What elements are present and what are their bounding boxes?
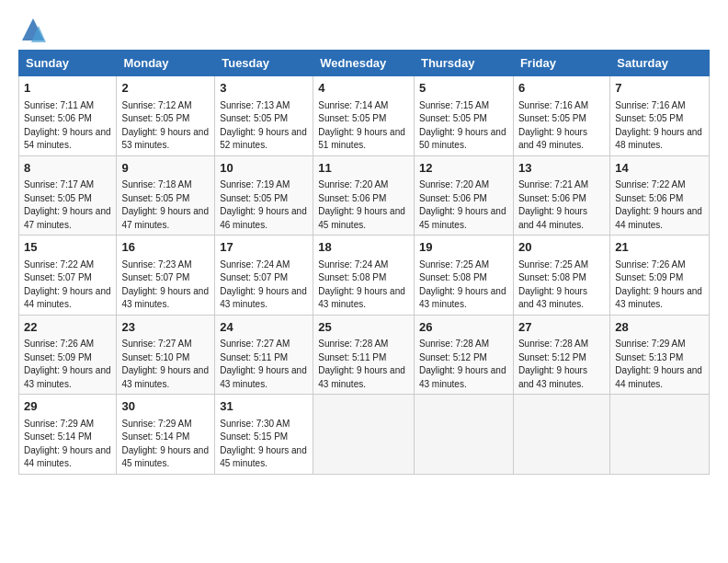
day-number: 16 [121,239,210,256]
day-info: Sunrise: 7:16 AMSunset: 5:05 PMDaylight:… [615,100,702,151]
day-number: 22 [24,319,111,336]
day-info: Sunrise: 7:19 AMSunset: 5:05 PMDaylight:… [220,179,307,230]
calendar-day: 26 Sunrise: 7:28 AMSunset: 5:12 PMDaylig… [414,315,513,395]
day-number: 17 [220,239,308,256]
day-number: 14 [615,160,704,177]
calendar-day: 28 Sunrise: 7:29 AMSunset: 5:13 PMDaylig… [610,315,710,395]
day-number: 23 [121,319,210,336]
day-info: Sunrise: 7:27 AMSunset: 5:10 PMDaylight:… [121,339,209,389]
calendar-day: 30 Sunrise: 7:29 AMSunset: 5:14 PMDaylig… [117,395,215,475]
day-of-week-header: Monday [117,51,215,76]
day-info: Sunrise: 7:28 AMSunset: 5:12 PMDaylight:… [419,339,506,389]
day-info: Sunrise: 7:29 AMSunset: 5:14 PMDaylight:… [121,419,209,469]
calendar-day: 23 Sunrise: 7:27 AMSunset: 5:10 PMDaylig… [117,315,215,395]
calendar-day: 1 Sunrise: 7:11 AMSunset: 5:06 PMDayligh… [19,76,117,156]
day-number: 18 [318,239,409,256]
calendar-day: 14 Sunrise: 7:22 AMSunset: 5:06 PMDaylig… [610,155,710,236]
day-number: 31 [220,398,308,415]
calendar-day: 20 Sunrise: 7:25 AMSunset: 5:08 PMDaylig… [513,236,609,316]
day-number: 4 [318,80,409,97]
day-info: Sunrise: 7:18 AMSunset: 5:05 PMDaylight:… [121,179,209,230]
day-of-week-header: Sunday [19,51,117,76]
day-of-week-header: Saturday [610,51,710,76]
calendar-day: 8 Sunrise: 7:17 AMSunset: 5:05 PMDayligh… [19,155,117,236]
calendar-day: 19 Sunrise: 7:25 AMSunset: 5:08 PMDaylig… [414,236,513,316]
calendar-day: 10 Sunrise: 7:19 AMSunset: 5:05 PMDaylig… [215,155,313,236]
day-of-week-header: Tuesday [215,51,313,76]
calendar-header-row: SundayMondayTuesdayWednesdayThursdayFrid… [19,51,710,76]
calendar-week-row: 22 Sunrise: 7:26 AMSunset: 5:09 PMDaylig… [19,315,710,395]
calendar-day: 3 Sunrise: 7:13 AMSunset: 5:05 PMDayligh… [215,76,313,156]
day-number: 27 [518,319,605,336]
calendar-day: 16 Sunrise: 7:23 AMSunset: 5:07 PMDaylig… [117,236,215,316]
calendar-day: 6 Sunrise: 7:16 AMSunset: 5:05 PMDayligh… [513,76,609,156]
day-info: Sunrise: 7:25 AMSunset: 5:08 PMDaylight:… [419,259,506,310]
calendar-week-row: 8 Sunrise: 7:17 AMSunset: 5:05 PMDayligh… [19,155,710,236]
day-number: 21 [615,239,704,256]
calendar-day: 31 Sunrise: 7:30 AMSunset: 5:15 PMDaylig… [215,395,313,475]
day-number: 10 [220,160,308,177]
day-number: 1 [24,80,111,97]
calendar-day: 21 Sunrise: 7:26 AMSunset: 5:09 PMDaylig… [610,236,710,316]
day-info: Sunrise: 7:13 AMSunset: 5:05 PMDaylight:… [220,100,307,151]
day-number: 29 [24,398,111,415]
calendar-day: 11 Sunrise: 7:20 AMSunset: 5:06 PMDaylig… [313,155,415,236]
day-info: Sunrise: 7:26 AMSunset: 5:09 PMDaylight:… [24,339,111,389]
calendar-day: 15 Sunrise: 7:22 AMSunset: 5:07 PMDaylig… [19,236,117,316]
calendar-day: 17 Sunrise: 7:24 AMSunset: 5:07 PMDaylig… [215,236,313,316]
day-number: 2 [121,80,210,97]
day-number: 7 [615,80,704,97]
calendar-day: 18 Sunrise: 7:24 AMSunset: 5:08 PMDaylig… [313,236,415,316]
calendar-day: 12 Sunrise: 7:20 AMSunset: 5:06 PMDaylig… [414,155,513,236]
day-info: Sunrise: 7:28 AMSunset: 5:11 PMDaylight:… [318,339,405,389]
day-number: 12 [419,160,508,177]
day-info: Sunrise: 7:22 AMSunset: 5:07 PMDaylight:… [24,259,111,310]
day-number: 6 [518,80,605,97]
day-number: 9 [121,160,210,177]
page: SundayMondayTuesdayWednesdayThursdayFrid… [0,0,728,563]
calendar-day: 2 Sunrise: 7:12 AMSunset: 5:05 PMDayligh… [117,76,215,156]
day-info: Sunrise: 7:23 AMSunset: 5:07 PMDaylight:… [121,259,209,310]
day-info: Sunrise: 7:17 AMSunset: 5:05 PMDaylight:… [24,179,111,230]
day-number: 25 [318,319,409,336]
day-number: 8 [24,160,111,177]
day-number: 30 [121,398,210,415]
day-number: 5 [419,80,508,97]
empty-day [610,395,710,475]
calendar-day: 9 Sunrise: 7:18 AMSunset: 5:05 PMDayligh… [117,155,215,236]
calendar-day: 4 Sunrise: 7:14 AMSunset: 5:05 PMDayligh… [313,76,415,156]
day-of-week-header: Friday [513,51,609,76]
day-number: 19 [419,239,508,256]
calendar-day: 13 Sunrise: 7:21 AMSunset: 5:06 PMDaylig… [513,155,609,236]
empty-day [414,395,513,475]
calendar-day: 27 Sunrise: 7:28 AMSunset: 5:12 PMDaylig… [513,315,609,395]
empty-day [513,395,609,475]
day-number: 11 [318,160,409,177]
day-number: 20 [518,239,605,256]
day-number: 28 [615,319,704,336]
day-info: Sunrise: 7:26 AMSunset: 5:09 PMDaylight:… [615,259,702,310]
calendar-day: 7 Sunrise: 7:16 AMSunset: 5:05 PMDayligh… [610,76,710,156]
day-number: 3 [220,80,308,97]
header [18,17,710,42]
day-number: 15 [24,239,111,256]
calendar-day: 22 Sunrise: 7:26 AMSunset: 5:09 PMDaylig… [19,315,117,395]
day-info: Sunrise: 7:21 AMSunset: 5:06 PMDaylight:… [518,179,588,230]
calendar-day: 29 Sunrise: 7:29 AMSunset: 5:14 PMDaylig… [19,395,117,475]
day-number: 26 [419,319,508,336]
day-info: Sunrise: 7:12 AMSunset: 5:05 PMDaylight:… [121,100,209,151]
calendar-week-row: 15 Sunrise: 7:22 AMSunset: 5:07 PMDaylig… [19,236,710,316]
day-info: Sunrise: 7:15 AMSunset: 5:05 PMDaylight:… [419,100,506,151]
logo-icon [20,17,46,42]
calendar-day: 5 Sunrise: 7:15 AMSunset: 5:05 PMDayligh… [414,76,513,156]
empty-day [313,395,415,475]
day-info: Sunrise: 7:24 AMSunset: 5:07 PMDaylight:… [220,259,307,310]
day-info: Sunrise: 7:30 AMSunset: 5:15 PMDaylight:… [220,419,307,469]
logo [18,17,46,42]
day-info: Sunrise: 7:25 AMSunset: 5:08 PMDaylight:… [518,259,588,310]
day-number: 13 [518,160,605,177]
day-info: Sunrise: 7:14 AMSunset: 5:05 PMDaylight:… [318,100,405,151]
calendar-week-row: 1 Sunrise: 7:11 AMSunset: 5:06 PMDayligh… [19,76,710,156]
day-of-week-header: Wednesday [313,51,415,76]
day-info: Sunrise: 7:16 AMSunset: 5:05 PMDaylight:… [518,100,588,151]
